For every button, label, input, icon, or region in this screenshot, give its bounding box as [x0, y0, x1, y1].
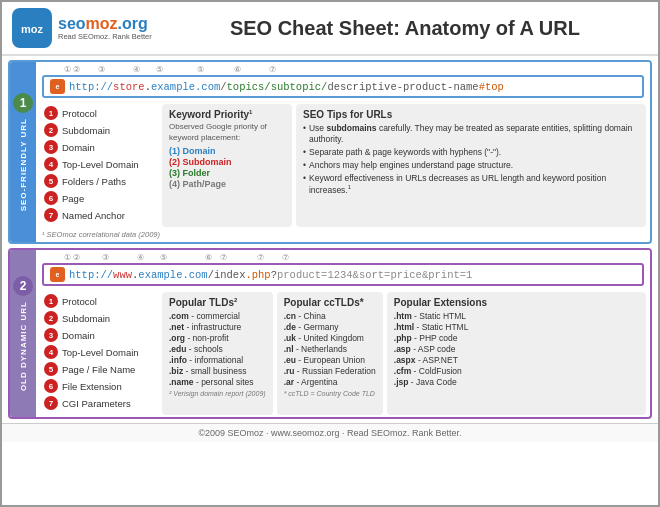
kp-subtitle: Observed Google priority of keyword plac…: [169, 122, 285, 143]
tld-item: .net - infrastructure: [169, 322, 266, 332]
section2-body: 1 Protocol 2 Subdomain 3 Domain 4 Top-Le…: [36, 288, 650, 417]
list-item: 4 Top-Level Domain: [44, 345, 154, 359]
tld-footnote: ² Verisign domain report (2009): [169, 390, 266, 397]
logo-icon: moz: [12, 8, 52, 48]
tld-panel: Popular TLDs2 .com - commercial .net - i…: [162, 292, 273, 415]
section2-label-text: OLD DYNAMIC URL: [19, 301, 28, 391]
footer-text: ©2009 SEOmoz · www.seomoz.org · Read SEO…: [198, 428, 461, 438]
url-icon-2: e: [50, 267, 65, 282]
section1-body: 1 Protocol 2 Subdomain 3 Domain 4 Top-Le…: [36, 100, 650, 229]
cctld-item: .ru - Russian Federation: [284, 366, 376, 376]
cctld-item: .de - Germany: [284, 322, 376, 332]
cctld-footnote: * ccTLD = Country Code TLD: [284, 390, 376, 397]
list-item-named-anchor: 7 Named Anchor: [44, 208, 154, 222]
url-number-row-2: ① ② ③ ④ ⑤ ⑥ ⑦ ⑦ ⑦: [42, 253, 644, 262]
tld-item: .biz - small business: [169, 366, 266, 376]
section2-label-bar: 2 OLD DYNAMIC URL: [10, 250, 36, 417]
num-circle-1: 1: [44, 106, 58, 120]
section1-label-bar: 1 SEO-FRIENDLY URL: [10, 62, 36, 242]
tld-title: Popular TLDs2: [169, 297, 266, 308]
logo: moz seomoz.org Read SEOmoz. Rank Better: [12, 8, 152, 48]
ext-item: .htm - Static HTML: [394, 311, 639, 321]
tld-item: .org - non-profit: [169, 333, 266, 343]
kp-item-4: (4) Path/Page: [169, 179, 285, 189]
kp-item-2: (2) Subdomain: [169, 157, 285, 167]
ext-item: .html - Static HTML: [394, 322, 639, 332]
list-item: 2 Subdomain: [44, 311, 154, 325]
ext-item: .cfm - ColdFusion: [394, 366, 639, 376]
url-text-2: http://www.example.com/index.php?product…: [69, 269, 472, 281]
kp-title: Keyword Priority1: [169, 109, 285, 120]
section1-content: ① ② ③ ④ ⑤ ⑤ ⑥ ⑦ e http://store.example.c…: [36, 62, 650, 242]
tld-item: .edu - schools: [169, 344, 266, 354]
cctld-item: .cn - China: [284, 311, 376, 321]
ext-item: .asp - ASP code: [394, 344, 639, 354]
cctld-item: .uk - United Kingdom: [284, 333, 376, 343]
page-title: SEO Cheat Sheet: Anatomy of A URL: [162, 17, 648, 40]
ext-item: .aspx - ASP.NET: [394, 355, 639, 365]
seo-tips-title: SEO Tips for URLs: [303, 109, 639, 120]
list-item: 6 File Extension: [44, 379, 154, 393]
header: moz seomoz.org Read SEOmoz. Rank Better …: [2, 2, 658, 56]
url-bar-1-wrap: ① ② ③ ④ ⑤ ⑤ ⑥ ⑦ e http://store.example.c…: [36, 62, 650, 100]
section1-label-text: SEO-FRIENDLY URL: [19, 118, 28, 211]
section1-footnote: ¹ SEOmoz correlational data (2009): [36, 229, 650, 242]
seo-tip-1: • Use subdomains carefully. They may be …: [303, 123, 639, 145]
section1-list: 1 Protocol 2 Subdomain 3 Domain 4 Top-Le…: [40, 104, 158, 227]
section2-list: 1 Protocol 2 Subdomain 3 Domain 4 Top-Le…: [40, 292, 158, 415]
list-item: 6 Page: [44, 191, 154, 205]
list-item: 5 Folders / Paths: [44, 174, 154, 188]
url-number-row-1: ① ② ③ ④ ⑤ ⑤ ⑥ ⑦: [42, 65, 644, 74]
section1-badge: 1: [13, 93, 33, 113]
logo-tagline: Read SEOmoz. Rank Better: [58, 32, 152, 41]
extensions-panel: Popular Extensions .htm - Static HTML .h…: [387, 292, 646, 415]
url-text-1: http://store.example.com/topics/subtopic…: [69, 81, 504, 93]
section2-content: ① ② ③ ④ ⑤ ⑥ ⑦ ⑦ ⑦ e http://www.example.c…: [36, 250, 650, 417]
ext-item: .jsp - Java Code: [394, 377, 639, 387]
list-item: 1 Protocol: [44, 294, 154, 308]
kp-item-1: (1) Domain: [169, 146, 285, 156]
url-icon-1: e: [50, 79, 65, 94]
list-item: 2 Subdomain: [44, 123, 154, 137]
list-item: 3 Domain: [44, 328, 154, 342]
keyword-priority-panel: Keyword Priority1 Observed Google priori…: [162, 104, 292, 227]
footer: ©2009 SEOmoz · www.seomoz.org · Read SEO…: [2, 423, 658, 442]
seo-tip-2: • Separate path & page keywords with hyp…: [303, 147, 639, 158]
logo-text: seomoz.org Read SEOmoz. Rank Better: [58, 16, 152, 41]
section-dynamic: 2 OLD DYNAMIC URL ① ② ③ ④ ⑤ ⑥ ⑦ ⑦ ⑦ e ht…: [8, 248, 652, 419]
ext-item: .php - PHP code: [394, 333, 639, 343]
ext-title: Popular Extensions: [394, 297, 639, 308]
cctld-panel: Popular ccTLDs* .cn - China .de - German…: [277, 292, 383, 415]
cctld-item: .eu - European Union: [284, 355, 376, 365]
tld-item: .info - informational: [169, 355, 266, 365]
cctld-item: .ar - Argentina: [284, 377, 376, 387]
url-bar-2-wrap: ① ② ③ ④ ⑤ ⑥ ⑦ ⑦ ⑦ e http://www.example.c…: [36, 250, 650, 288]
section-seo-friendly: 1 SEO-FRIENDLY URL ① ② ③ ④ ⑤ ⑤ ⑥ ⑦ e htt…: [8, 60, 652, 244]
list-item: 3 Domain: [44, 140, 154, 154]
list-item: 1 Protocol: [44, 106, 154, 120]
tld-item: .com - commercial: [169, 311, 266, 321]
section2-badge: 2: [13, 276, 33, 296]
list-item: 7 CGI Parameters: [44, 396, 154, 410]
url-bar-1: e http://store.example.com/topics/subtop…: [42, 75, 644, 98]
seo-tip-4: • Keyword effectiveness in URLs decrease…: [303, 173, 639, 196]
kp-item-3: (3) Folder: [169, 168, 285, 178]
url-bar-2: e http://www.example.com/index.php?produ…: [42, 263, 644, 286]
seo-tips-panel: SEO Tips for URLs • Use subdomains caref…: [296, 104, 646, 227]
cctld-title: Popular ccTLDs*: [284, 297, 376, 308]
list-item: 4 Top-Level Domain: [44, 157, 154, 171]
svg-text:moz: moz: [21, 23, 44, 35]
seo-tip-3: • Anchors may help engines understand pa…: [303, 160, 639, 171]
cctld-item: .nl - Netherlands: [284, 344, 376, 354]
list-item: 5 Page / File Name: [44, 362, 154, 376]
tld-item: .name - personal sites: [169, 377, 266, 387]
